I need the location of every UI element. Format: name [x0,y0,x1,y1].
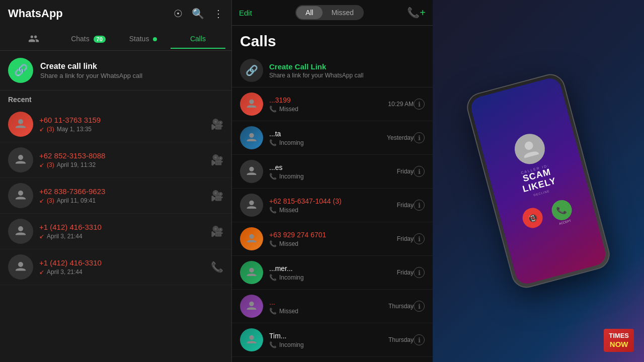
more-options-icon[interactable]: ⋮ [213,8,223,20]
missed-arrow-icon: ↙ [39,197,44,204]
info-button[interactable]: ℹ [414,132,425,143]
tab-status[interactable]: Status [116,29,171,49]
edit-button[interactable]: Edit [239,9,252,17]
info-button[interactable]: ℹ [414,334,425,345]
new-call-icon[interactable]: 📞+ [407,7,426,19]
list-item[interactable]: +62 815-6347-1044 (3) 📞 Missed Friday ℹ [232,189,433,222]
call-meta: 📞 Incoming [269,139,387,146]
center-panel: Edit All Missed 📞+ Calls 🔗 Create Call L… [231,0,433,362]
camera-icon[interactable]: ☉ [174,8,183,20]
search-icon[interactable]: 🔍 [192,8,204,20]
svg-point-1 [18,155,23,160]
info-button[interactable]: ℹ [414,267,425,278]
call-meta: 📞 Incoming [269,173,397,180]
list-item[interactable]: ...3199 📞 Missed 10:29 AM ℹ [232,87,433,121]
phone-icon: 📞 [269,207,277,214]
right-panel: CALLER ID: SCAMLIKELY DECLINE 📵 📞 ACCEPT… [433,0,644,362]
info-button[interactable]: ℹ [414,200,425,211]
tab-calls[interactable]: Calls [171,29,225,49]
list-item[interactable]: ...ta 📞 Incoming Yesterday ℹ [232,121,433,155]
center-header: Edit All Missed 📞+ [232,0,433,26]
phone-icon: 📞 [269,173,277,180]
create-link-subtitle: Share a link for your WhatsApp call [40,72,142,79]
list-item[interactable]: ...es 📞 Incoming Friday ℹ [232,155,433,189]
list-item[interactable]: +60 11-3763 3159 ↙ (3) May 1, 13:35 🎥 [0,107,231,142]
video-call-icon[interactable]: 🎥 [211,118,223,130]
svg-point-14 [524,140,534,150]
call-meta: ↙ (3) April 19, 11:32 [39,161,211,168]
svg-point-3 [18,226,23,231]
call-name: ... [269,298,388,306]
phone-mockup: CALLER ID: SCAMLIKELY DECLINE 📵 📞 ACCEPT [464,71,613,291]
missed-arrow-icon: ↙ [39,268,44,276]
call-info: +62 852-3153-8088 ↙ (3) April 19, 11:32 [39,151,211,168]
phone-icon: 📞 [269,308,277,315]
list-item[interactable]: ...mer... 📞 Incoming Friday ℹ [232,256,433,290]
list-item[interactable]: +62 838-7366-9623 ↙ (3) April 11, 09:41 … [0,178,231,214]
call-buttons: 📵 📞 ACCEPT [520,198,575,234]
call-number: +62 852-3153-8088 [39,151,211,160]
call-meta: ↙ (3) April 11, 09:41 [39,197,211,204]
create-call-link-item[interactable]: 🔗 Create call link Share a link for your… [0,51,231,90]
avatar [240,194,263,217]
call-info: +1 (412) 416-3310 ↙ April 3, 21:44 [39,223,211,240]
center-call-info: +63 929 274 6701 📞 Missed [269,231,397,247]
svg-point-10 [249,268,254,273]
avatar [8,147,33,172]
avatar [240,93,263,116]
video-call-icon[interactable]: 🎥 [211,154,223,166]
svg-point-11 [249,302,254,306]
decline-button[interactable]: 📵 [520,206,545,230]
filter-missed-tab[interactable]: Missed [323,6,363,19]
info-button[interactable]: ℹ [414,301,425,312]
filter-all-tab[interactable]: All [296,6,323,19]
call-date: Thursday [388,336,414,343]
times-now-badge: TIMES NOW [604,329,634,352]
center-call-info: ...mer... 📞 Incoming [269,264,397,281]
video-call-icon[interactable]: 🎥 [211,225,223,237]
avatar [240,227,263,250]
link-icon: 🔗 [8,58,33,83]
center-call-info: ...ta 📞 Incoming [269,130,387,146]
avatar [240,160,263,183]
info-button[interactable]: ℹ [414,166,425,177]
missed-arrow-icon: ↙ [39,233,44,240]
call-name: Tim... [269,332,388,340]
info-button[interactable]: ℹ [414,99,425,110]
call-count: (3) [47,197,54,204]
phone-call-icon[interactable]: 📞 [211,261,223,273]
call-name: ...mer... [269,264,397,273]
call-number: +62 838-7366-9623 [39,187,211,196]
call-meta: 📞 Missed [269,308,388,315]
call-meta: ↙ April 3, 21:44 [39,233,211,240]
tab-chats[interactable]: Chats 70 [61,29,116,49]
caller-avatar [511,130,548,167]
call-type: Missed [279,106,298,113]
create-link-title: Create call link [40,62,142,71]
phone-icon: 📞 [269,240,277,247]
svg-point-9 [249,234,254,239]
info-button[interactable]: ℹ [414,233,425,244]
call-info: +60 11-3763 3159 ↙ (3) May 1, 13:35 [39,116,211,133]
video-call-icon[interactable]: 🎥 [211,190,223,202]
call-date: April 11, 09:41 [57,197,96,204]
list-item[interactable]: +62 852-3153-8088 ↙ (3) April 19, 11:32 … [0,142,231,178]
list-item[interactable]: ... 📞 Missed Thursday ℹ [232,357,433,362]
call-meta: ↙ (3) May 1, 13:35 [39,126,211,133]
list-item[interactable]: +1 (412) 416-3310 ↙ April 3, 21:44 🎥 [0,214,231,249]
call-type: Missed [279,308,298,315]
list-item[interactable]: ... 📞 Missed Thursday ℹ [232,290,433,323]
call-meta: 📞 Missed [269,240,397,247]
list-item[interactable]: Tim... 📞 Incoming Thursday ℹ [232,323,433,357]
create-call-subtitle: Share a link for your WhatsApp call [269,72,363,79]
list-item[interactable]: +1 (412) 416-3310 ↙ April 3, 21:44 📞 [0,249,231,285]
avatar [8,183,33,208]
phone-icon: 📞 [269,139,277,146]
create-call-link-row[interactable]: 🔗 Create Call Link Share a link for your… [232,54,433,87]
tab-people[interactable] [6,27,61,50]
list-item[interactable]: +63 929 274 6701 📞 Missed Friday ℹ [232,222,433,256]
calls-title: Calls [232,26,433,54]
call-type: Incoming [279,139,304,146]
call-name: +62 815-6347-1044 (3) [269,197,397,205]
call-list: +60 11-3763 3159 ↙ (3) May 1, 13:35 🎥 +6… [0,107,231,362]
